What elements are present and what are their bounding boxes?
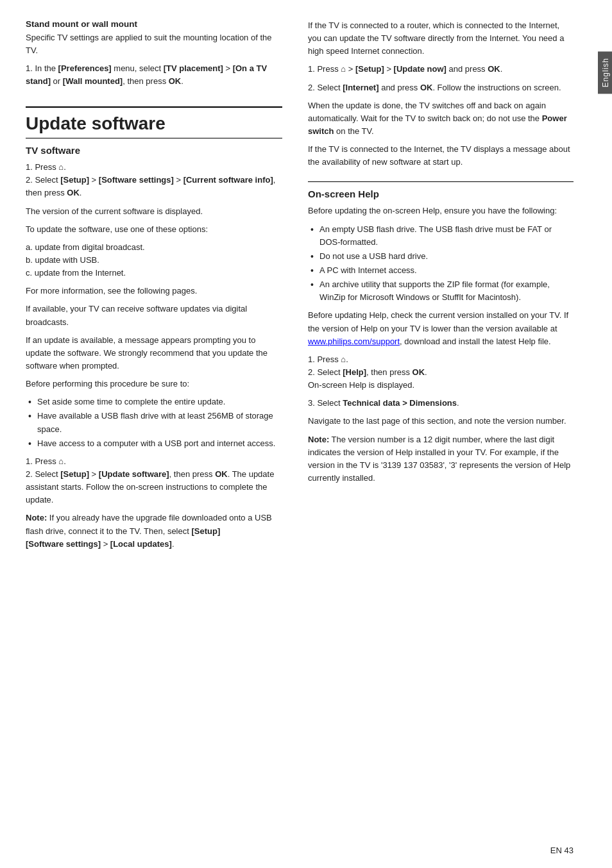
tv-note-bold1: [Setup]: [191, 526, 220, 536]
on-screen-step2-end: .: [425, 367, 427, 377]
tv-step2-ok: OK: [67, 188, 80, 197]
on-screen-step1: 1. Press ⌂.: [308, 353, 574, 366]
on-screen-step2-ok: OK: [412, 367, 425, 377]
tv-note-bold3: [Local updates]: [110, 539, 172, 549]
tv-before-procedure: Before performing this procedure be sure…: [26, 378, 282, 390]
internet-step1-prefix: 1. Press: [308, 64, 341, 74]
on-screen-step2-bold: [Help]: [343, 367, 366, 377]
on-screen-help-title: On-screen Help: [308, 188, 574, 199]
tv-note-label: Note:: [26, 513, 47, 522]
main-content: Stand mount or wall mount Specific TV se…: [0, 0, 612, 868]
section-divider: [26, 138, 282, 138]
philips-support-link[interactable]: www.philips.com/support: [308, 337, 400, 346]
on-screen-step2-result: On-screen Help is displayed.: [308, 380, 414, 390]
tv-software-section: TV software 1. Press ⌂. 2. Select [Setup…: [26, 145, 282, 551]
tv-software-subtitle: TV software: [26, 145, 282, 156]
internet-step1-end: .: [500, 64, 503, 74]
internet-when-done: When the update is done, the TV switches…: [308, 99, 574, 138]
tv-note: Note: If you already have the upgrade fi…: [26, 512, 282, 550]
on-screen-before-text: Before updating the on-screen Help, ensu…: [308, 204, 574, 217]
tv-step2b-prefix: 2. Select: [26, 469, 60, 479]
internet-step1-gt1: >: [346, 64, 355, 74]
on-screen-before-help-text: Before updating Help, check the current …: [308, 310, 568, 333]
right-column: If the TV is connected to a router, whic…: [302, 19, 574, 842]
tv-option-c: c. update from the Internet.: [26, 267, 282, 280]
on-screen-step3: 3. Select Technical data > Dimensions.: [308, 397, 574, 410]
on-screen-help-section: On-screen Help Before updating the on-sc…: [308, 181, 574, 485]
tv-step1: 1. Press ⌂.: [26, 161, 282, 174]
page-number: EN 43: [550, 846, 574, 855]
tv-step2b-bold1: [Setup]: [60, 469, 89, 479]
stand-mount-end: .: [181, 76, 183, 86]
internet-step1-gt2: >: [384, 64, 394, 74]
bullet-item-1: Set aside some time to complete the enti…: [26, 396, 282, 408]
internet-step1-bold1: [Setup]: [355, 64, 384, 74]
on-screen-note: Note: The version number is a 12 digit n…: [308, 433, 574, 485]
update-software-heading: Update software: [26, 113, 282, 135]
tv-step2b: 2. Select [Setup] > [Update software], t…: [26, 468, 282, 506]
home-icon-1: ⌂: [58, 162, 64, 172]
stand-mount-sym: >: [223, 63, 233, 73]
on-screen-note-text: The version number is a 12 digit number,…: [308, 435, 570, 483]
right-section-divider: [308, 181, 574, 182]
tv-step2-gt2: >: [174, 175, 183, 185]
internet-step2: 2. Select [Internet] and press OK. Follo…: [308, 81, 574, 94]
stand-mount-para1: Specific TV settings are applied to suit…: [26, 31, 282, 57]
stand-mount-title: Stand mount or wall mount: [26, 19, 282, 29]
right-internet-section: If the TV is connected to a router, whic…: [308, 19, 574, 169]
on-screen-bullet-4: An archive utility that supports the ZIP…: [308, 278, 574, 304]
on-screen-step2-suffix: , then press: [366, 367, 412, 377]
tv-message-text: If an update is available, a message app…: [26, 334, 282, 372]
tv-step2b-suffix: , then press: [169, 469, 216, 479]
tv-update-intro: To update the software, use one of these…: [26, 223, 282, 236]
tv-step1b: 1. Press ⌂.: [26, 455, 282, 468]
left-column: Stand mount or wall mount Specific TV se…: [26, 19, 302, 842]
on-screen-bullet-2: Do not use a USB hard drive.: [308, 250, 574, 263]
tv-step2-end: .: [80, 188, 82, 197]
tv-step2-bold2: [Software settings]: [99, 175, 174, 185]
stand-mount-para2-prefix: 1. In the: [26, 63, 58, 73]
tv-note-text: If you already have the upgrade file dow…: [26, 513, 272, 535]
stand-mount-ok: OK: [169, 76, 182, 86]
on-screen-after-link: , download and install the latest Help f…: [400, 337, 551, 346]
tv-step2-prefix: 2. Select: [26, 175, 60, 185]
tv-step1-prefix: 1. Press: [26, 162, 58, 172]
on-screen-before-help: Before updating Help, check the current …: [308, 309, 574, 347]
tv-more-info: For more information, see the following …: [26, 285, 282, 297]
tv-step2-bold1: [Setup]: [60, 175, 89, 185]
tv-note-bold2: [Software settings]: [26, 539, 101, 549]
section-divider-top: [26, 106, 282, 108]
internet-step2-suffix: and press: [379, 83, 420, 92]
on-screen-step3-end: .: [457, 398, 459, 408]
on-screen-step2-prefix: 2. Select: [308, 367, 343, 377]
stand-mount-para2: 1. In the [Preferences] menu, select [TV…: [26, 62, 282, 88]
page-container: English Stand mount or wall mount Specif…: [0, 0, 612, 868]
internet-step2-rest: . Follow the instructions on screen.: [432, 83, 561, 92]
tv-option-b: b. update with USB.: [26, 254, 282, 267]
home-icon-3: ⌂: [341, 64, 346, 74]
stand-mount-or: or: [51, 76, 63, 86]
on-screen-bullet-1: An empty USB flash drive. The USB flash …: [308, 223, 574, 249]
bullet-item-2: Have available a USB flash drive with at…: [26, 410, 282, 435]
tv-bullets: Set aside some time to complete the enti…: [26, 396, 282, 450]
tv-version-text: The version of the current software is d…: [26, 205, 282, 218]
on-screen-note-label: Note:: [308, 435, 329, 444]
stand-mount-bold2: [TV placement]: [164, 63, 223, 73]
home-icon-4: ⌂: [341, 355, 346, 364]
tv-step2-bold3: [Current software info]: [183, 175, 273, 185]
tv-step2b-bold2: [Update software]: [99, 469, 169, 479]
stand-mount-section: Stand mount or wall mount Specific TV se…: [26, 19, 282, 88]
tv-step2-gt1: >: [89, 175, 99, 185]
side-tab: English: [598, 51, 612, 94]
on-screen-step3-text: Navigate to the last page of this sectio…: [308, 415, 574, 428]
tv-step1b-prefix: 1. Press: [26, 456, 58, 466]
internet-step2-ok: OK: [420, 83, 433, 92]
tv-step2b-gt: >: [89, 469, 99, 479]
tv-note-end: .: [172, 539, 174, 549]
on-screen-step3-bold: Technical data > Dimensions: [343, 398, 457, 408]
internet-step1-bold2: [Update now]: [394, 64, 446, 74]
internet-para1: If the TV is connected to a router, whic…: [308, 19, 574, 58]
bullet-item-3: Have access to a computer with a USB por…: [26, 437, 282, 450]
internet-when-done-text: When the update is done, the TV switches…: [308, 101, 546, 123]
on-screen-step3-prefix: 3. Select: [308, 398, 343, 408]
